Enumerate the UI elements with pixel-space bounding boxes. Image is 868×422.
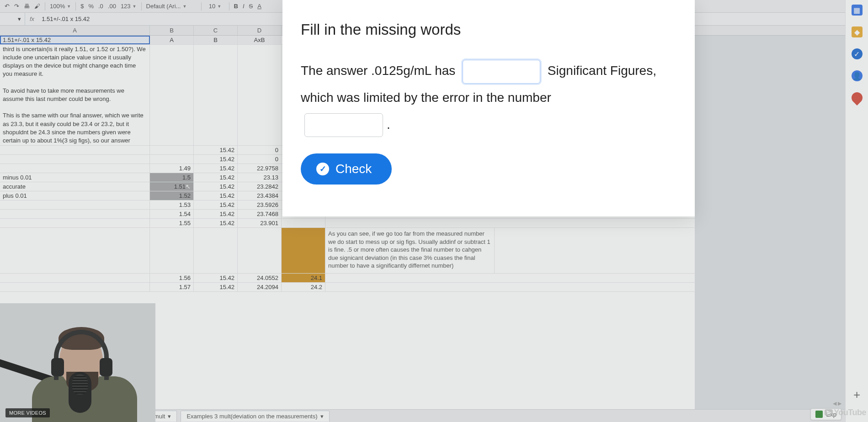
cell[interactable] <box>150 155 194 164</box>
more-videos-button[interactable]: MORE VIDEOS <box>5 408 50 417</box>
cell[interactable] <box>0 219 150 227</box>
cell[interactable]: 23.2842 <box>238 182 282 191</box>
decrease-decimal-button[interactable]: .0 <box>98 3 103 10</box>
col-header-c[interactable]: C <box>194 26 238 35</box>
bold-button[interactable]: B <box>234 3 238 10</box>
cell[interactable] <box>0 146 150 154</box>
cell[interactable]: 15.42 <box>194 155 238 164</box>
cell[interactable]: 15.42 <box>194 274 238 282</box>
keep-icon[interactable]: ◆ <box>852 26 863 37</box>
cell[interactable]: minus 0.01 <box>0 173 150 182</box>
cell[interactable]: 23.901 <box>238 219 282 227</box>
name-box[interactable]: ▾ <box>0 13 25 25</box>
italic-button[interactable]: I <box>243 3 245 10</box>
cell[interactable]: 15.42 <box>194 164 238 173</box>
horizontal-scroll-arrows[interactable]: ◀ ▶ <box>833 401 841 406</box>
cell[interactable]: 1.51 ↖ <box>150 182 194 191</box>
cell[interactable]: 15.42 <box>194 173 238 182</box>
check-button[interactable]: ✓ Check <box>301 153 392 185</box>
cell[interactable]: 22.9758 <box>238 164 282 173</box>
currency-button[interactable]: $ <box>80 3 84 10</box>
cell[interactable] <box>150 228 194 273</box>
text-block: This is the same with our final answer, … <box>3 111 147 145</box>
cell[interactable]: 24.2094 <box>238 283 282 291</box>
cell[interactable]: 15.42 <box>194 200 238 209</box>
col-header-a[interactable]: A <box>0 26 150 35</box>
cell[interactable] <box>150 45 194 145</box>
paint-format-icon[interactable]: 🖌 <box>34 3 40 10</box>
cell[interactable]: 15.42 <box>194 210 238 218</box>
cell[interactable]: 24.1 <box>282 274 325 282</box>
cell[interactable]: 1.57 <box>150 283 194 291</box>
add-addon-icon[interactable]: + <box>853 388 860 402</box>
cell[interactable]: 15.42 <box>194 283 238 291</box>
cell[interactable]: 1.53 <box>150 200 194 209</box>
cell[interactable]: AxB <box>238 36 282 44</box>
cell-note[interactable]: As you can see, if we go too far from th… <box>325 228 495 273</box>
font-size-dropdown[interactable]: 10▼ <box>206 3 224 10</box>
col-header-d[interactable]: D <box>238 26 282 35</box>
cell[interactable] <box>0 228 150 273</box>
font-dropdown[interactable]: Default (Ari...▼ <box>146 3 197 10</box>
undo-icon[interactable]: ↶ <box>5 3 10 10</box>
cell[interactable]: 23.13 <box>238 173 282 182</box>
cell[interactable]: 15.42 <box>194 146 238 154</box>
cell[interactable]: 24.0552 <box>238 274 282 282</box>
explore-icon <box>815 411 823 418</box>
calendar-icon[interactable]: ▦ <box>852 5 863 16</box>
cell[interactable]: 1.56 <box>150 274 194 282</box>
sheet-tab-active[interactable]: Examples 3 mult(deviation on the measure… <box>181 411 329 422</box>
cell[interactable] <box>282 219 325 227</box>
cell[interactable] <box>0 155 150 164</box>
cell[interactable]: 1.49 <box>150 164 194 173</box>
cell[interactable]: A <box>150 36 194 44</box>
cell[interactable]: 1.52 <box>150 191 194 200</box>
cell[interactable]: 1.5 <box>150 173 194 182</box>
cell[interactable] <box>194 45 238 145</box>
col-header-b[interactable]: B <box>150 26 194 35</box>
formula-input[interactable]: 1.51+/-.01 x 15.42 <box>39 16 90 22</box>
zoom-dropdown[interactable]: 100%▼ <box>50 3 71 10</box>
cell[interactable] <box>194 228 238 273</box>
percent-button[interactable]: % <box>88 3 94 10</box>
side-panel: ▦ ◆ ✓ 👤 + <box>845 0 868 422</box>
cell[interactable]: 0 <box>238 155 282 164</box>
cell[interactable]: 23.4384 <box>238 191 282 200</box>
blank-input-2[interactable] <box>304 113 383 137</box>
quiz-modal: Fill in the missing words The answer .01… <box>282 0 695 216</box>
maps-icon[interactable] <box>849 90 865 106</box>
cell[interactable]: 23.5926 <box>238 200 282 209</box>
print-icon[interactable]: 🖶 <box>24 3 30 10</box>
cell[interactable]: accurate <box>0 182 150 191</box>
cell-selected[interactable]: 1.51+/-.01 x 15.42 <box>0 36 150 44</box>
contacts-icon[interactable]: 👤 <box>852 70 863 81</box>
cell[interactable]: 23.7468 <box>238 210 282 218</box>
cell-highlighted[interactable] <box>282 228 325 273</box>
redo-icon[interactable]: ↷ <box>14 3 19 10</box>
cell[interactable]: 15.42 <box>194 182 238 191</box>
tasks-icon[interactable]: ✓ <box>852 48 863 59</box>
cell[interactable] <box>238 45 282 145</box>
number-format-dropdown[interactable]: 123▼ <box>121 3 137 10</box>
cell[interactable] <box>238 228 282 273</box>
cell[interactable]: plus 0.01 <box>0 191 150 200</box>
text-color-button[interactable]: A <box>257 3 261 10</box>
increase-decimal-button[interactable]: .00 <box>108 3 116 10</box>
cell[interactable] <box>0 164 150 173</box>
blank-input-1[interactable] <box>463 60 540 84</box>
cell[interactable]: B <box>194 36 238 44</box>
cell[interactable]: 1.55 <box>150 219 194 227</box>
cell[interactable] <box>0 274 150 282</box>
cell[interactable] <box>0 283 150 291</box>
cell[interactable]: 15.42 <box>194 219 238 227</box>
cell[interactable] <box>0 200 150 209</box>
check-button-label: Check <box>335 162 372 176</box>
cell[interactable]: 1.54 <box>150 210 194 218</box>
cell[interactable] <box>150 146 194 154</box>
cell-longtext[interactable]: In 1.51+/-.01 Means two places are certa… <box>0 45 150 145</box>
cell[interactable]: 15.42 <box>194 191 238 200</box>
strikethrough-button[interactable]: S <box>249 3 253 10</box>
cell[interactable]: 24.2 <box>282 283 325 291</box>
cell[interactable] <box>0 210 150 218</box>
cell[interactable]: 0 <box>238 146 282 154</box>
